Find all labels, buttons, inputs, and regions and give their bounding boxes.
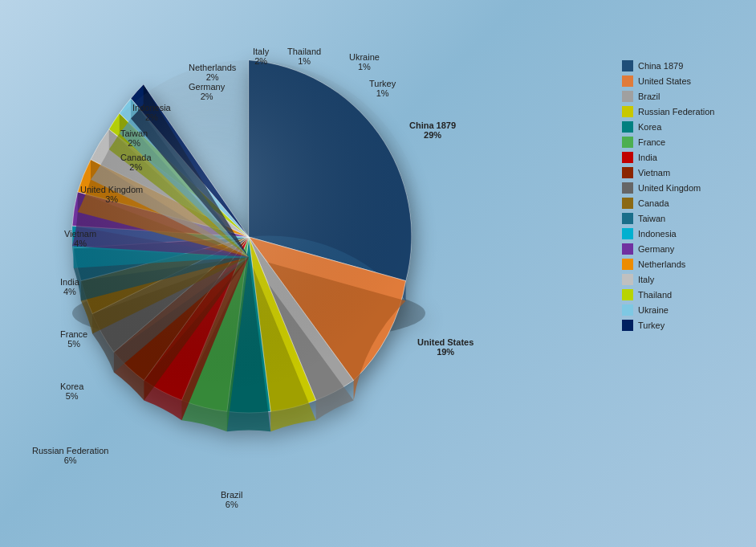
legend-item-turkey: Turkey (622, 320, 746, 331)
legend-item-taiwan: Taiwan (622, 213, 746, 224)
legend-label-india: India (638, 153, 657, 162)
legend-color-uk (622, 182, 633, 194)
legend-item-vietnam: Vietnam (622, 167, 746, 178)
label-indonesia: Indonesia 2% (132, 103, 171, 122)
legend-color-brazil (622, 91, 633, 102)
legend-color-netherlands (622, 259, 633, 270)
legend-label-korea: Korea (638, 122, 661, 132)
chart-container: China 1879 29% United States 19% Brazil … (16, 16, 578, 530)
label-germany: Germany 2% (189, 82, 225, 101)
legend-label-turkey: Turkey (638, 320, 665, 330)
legend-color-thailand (622, 289, 633, 300)
label-china: China 1879 29% (409, 120, 456, 140)
legend-item-russia: Russian Federation (622, 106, 746, 117)
legend-color-ukraine (622, 304, 633, 316)
legend-label-uk: United Kingdom (638, 183, 701, 193)
legend-color-canada (622, 198, 633, 209)
legend-label-china: China 1879 (638, 61, 683, 71)
legend-color-india (622, 152, 633, 163)
label-india: India 4% (60, 277, 79, 296)
legend-color-china (622, 60, 633, 71)
legend-label-indonesia: Indonesia (638, 229, 677, 239)
label-taiwan: Taiwan 2% (120, 129, 148, 148)
legend-label-netherlands: Netherlands (638, 259, 685, 269)
legend-item-us: United States (622, 76, 746, 87)
legend-item-uk: United Kingdom (622, 182, 746, 194)
legend: China 1879 United States Brazil Russian … (622, 60, 746, 335)
label-thailand: Thailand 1% (287, 47, 321, 66)
legend-label-thailand: Thailand (638, 290, 672, 300)
label-korea: Korea 5% (60, 382, 83, 401)
legend-color-italy (622, 274, 633, 285)
legend-item-indonesia: Indonesia (622, 228, 746, 239)
legend-item-thailand: Thailand (622, 289, 746, 300)
legend-label-germany: Germany (638, 244, 674, 254)
label-brazil: Brazil 6% (221, 490, 243, 509)
legend-label-france: France (638, 137, 665, 147)
label-france: France 5% (60, 329, 87, 349)
legend-label-italy: Italy (638, 275, 654, 284)
label-italy: Italy 2% (253, 47, 269, 66)
legend-item-canada: Canada (622, 198, 746, 209)
legend-color-indonesia (622, 228, 633, 239)
legend-color-germany (622, 243, 633, 255)
legend-item-india: India (622, 152, 746, 163)
label-uk: United Kingdom 3% (80, 185, 143, 204)
legend-item-france: France (622, 137, 746, 148)
legend-color-korea (622, 121, 633, 133)
legend-color-taiwan (622, 213, 633, 224)
label-turkey: Turkey 1% (369, 79, 396, 98)
legend-label-russia: Russian Federation (638, 107, 714, 116)
label-russia: Russian Federation 6% (32, 446, 108, 465)
legend-color-russia (622, 106, 633, 117)
label-netherlands: Netherlands 2% (189, 63, 236, 82)
pie-chart-svg (16, 16, 482, 482)
legend-label-brazil: Brazil (638, 92, 660, 101)
legend-item-germany: Germany (622, 243, 746, 255)
label-us: United States 19% (417, 337, 474, 357)
legend-item-netherlands: Netherlands (622, 259, 746, 270)
legend-item-korea: Korea (622, 121, 746, 133)
legend-label-canada: Canada (638, 198, 669, 208)
legend-color-turkey (622, 320, 633, 331)
legend-item-china: China 1879 (622, 60, 746, 71)
label-ukraine: Ukraine 1% (349, 52, 380, 71)
legend-color-vietnam (622, 167, 633, 178)
legend-label-ukraine: Ukraine (638, 305, 669, 315)
legend-item-ukraine: Ukraine (622, 304, 746, 316)
legend-item-italy: Italy (622, 274, 746, 285)
legend-color-us (622, 76, 633, 87)
legend-item-brazil: Brazil (622, 91, 746, 102)
label-vietnam: Vietnam 4% (64, 229, 96, 248)
label-canada: Canada 2% (120, 153, 152, 172)
legend-color-france (622, 137, 633, 148)
legend-label-taiwan: Taiwan (638, 214, 665, 223)
legend-label-vietnam: Vietnam (638, 168, 670, 178)
legend-label-us: United States (638, 76, 691, 86)
